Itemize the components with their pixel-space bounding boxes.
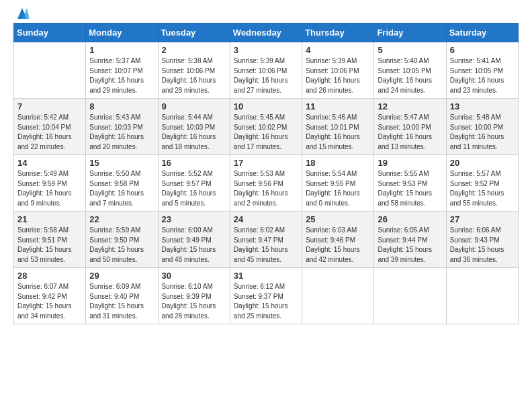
calendar-header-row: Sunday Monday Tuesday Wednesday Thursday…: [14, 24, 519, 42]
day-number: 24: [234, 214, 298, 224]
day-number: 20: [450, 158, 515, 168]
day-info: Sunrise: 5:50 AM Sunset: 9:58 PM Dayligh…: [89, 169, 154, 208]
calendar-week-row: 1Sunrise: 5:37 AM Sunset: 10:07 PM Dayli…: [14, 42, 519, 99]
logo-icon: [15, 7, 30, 20]
day-number: 18: [306, 158, 370, 168]
calendar-cell: 23Sunrise: 6:00 AM Sunset: 9:49 PM Dayli…: [158, 212, 230, 268]
calendar-cell: 6Sunrise: 5:41 AM Sunset: 10:05 PM Dayli…: [446, 42, 518, 99]
day-info: Sunrise: 6:00 AM Sunset: 9:49 PM Dayligh…: [162, 226, 226, 265]
calendar-cell: 14Sunrise: 5:49 AM Sunset: 9:59 PM Dayli…: [14, 155, 86, 212]
day-info: Sunrise: 6:09 AM Sunset: 9:40 PM Dayligh…: [89, 282, 154, 321]
day-info: Sunrise: 5:46 AM Sunset: 10:01 PM Daylig…: [306, 113, 370, 152]
day-info: Sunrise: 6:12 AM Sunset: 9:37 PM Dayligh…: [234, 282, 298, 321]
calendar-cell: 10Sunrise: 5:45 AM Sunset: 10:02 PM Dayl…: [230, 99, 302, 155]
day-number: 6: [450, 45, 515, 55]
calendar-cell: 15Sunrise: 5:50 AM Sunset: 9:58 PM Dayli…: [86, 155, 158, 212]
day-info: Sunrise: 5:40 AM Sunset: 10:05 PM Daylig…: [378, 56, 442, 95]
calendar-cell: 24Sunrise: 6:02 AM Sunset: 9:47 PM Dayli…: [230, 212, 302, 268]
calendar-week-row: 7Sunrise: 5:42 AM Sunset: 10:04 PM Dayli…: [14, 99, 519, 155]
calendar-cell: 3Sunrise: 5:39 AM Sunset: 10:06 PM Dayli…: [230, 42, 302, 99]
day-number: 19: [378, 158, 442, 168]
day-info: Sunrise: 5:45 AM Sunset: 10:02 PM Daylig…: [234, 113, 298, 152]
calendar-cell: 9Sunrise: 5:44 AM Sunset: 10:03 PM Dayli…: [158, 99, 230, 155]
day-info: Sunrise: 5:59 AM Sunset: 9:50 PM Dayligh…: [89, 226, 154, 265]
day-number: 4: [306, 45, 370, 55]
day-number: 23: [162, 214, 226, 224]
day-number: 17: [234, 158, 298, 168]
day-info: Sunrise: 5:39 AM Sunset: 10:06 PM Daylig…: [234, 56, 298, 95]
day-info: Sunrise: 5:47 AM Sunset: 10:00 PM Daylig…: [378, 113, 442, 152]
calendar-cell: 8Sunrise: 5:43 AM Sunset: 10:03 PM Dayli…: [86, 99, 158, 155]
day-info: Sunrise: 5:49 AM Sunset: 9:59 PM Dayligh…: [17, 169, 82, 208]
day-number: 8: [89, 101, 154, 111]
day-info: Sunrise: 5:55 AM Sunset: 9:53 PM Dayligh…: [378, 169, 442, 208]
calendar-table: Sunday Monday Tuesday Wednesday Thursday…: [13, 23, 519, 324]
calendar-cell: 7Sunrise: 5:42 AM Sunset: 10:04 PM Dayli…: [14, 99, 86, 155]
calendar-cell: 12Sunrise: 5:47 AM Sunset: 10:00 PM Dayl…: [374, 99, 446, 155]
day-number: 28: [17, 271, 82, 281]
day-number: 13: [450, 101, 515, 111]
day-info: Sunrise: 5:38 AM Sunset: 10:06 PM Daylig…: [162, 56, 226, 95]
header: [13, 7, 519, 17]
day-info: Sunrise: 5:57 AM Sunset: 9:52 PM Dayligh…: [450, 169, 515, 208]
day-number: 3: [234, 45, 298, 55]
day-info: Sunrise: 5:42 AM Sunset: 10:04 PM Daylig…: [17, 113, 82, 152]
calendar-cell: 25Sunrise: 6:03 AM Sunset: 9:46 PM Dayli…: [302, 212, 374, 268]
day-number: 7: [17, 101, 82, 111]
day-info: Sunrise: 5:37 AM Sunset: 10:07 PM Daylig…: [89, 56, 154, 95]
day-number: 5: [378, 45, 442, 55]
calendar-cell: 11Sunrise: 5:46 AM Sunset: 10:01 PM Dayl…: [302, 99, 374, 155]
calendar-cell: 2Sunrise: 5:38 AM Sunset: 10:06 PM Dayli…: [158, 42, 230, 99]
calendar-cell: 4Sunrise: 5:39 AM Sunset: 10:06 PM Dayli…: [302, 42, 374, 99]
day-number: 1: [89, 45, 154, 55]
calendar-cell: 16Sunrise: 5:52 AM Sunset: 9:57 PM Dayli…: [158, 155, 230, 212]
day-number: 14: [17, 158, 82, 168]
day-number: 21: [17, 214, 82, 224]
day-info: Sunrise: 5:54 AM Sunset: 9:55 PM Dayligh…: [306, 169, 370, 208]
day-info: Sunrise: 6:10 AM Sunset: 9:39 PM Dayligh…: [162, 282, 226, 321]
col-monday: Monday: [86, 24, 158, 42]
col-thursday: Thursday: [302, 24, 374, 42]
day-info: Sunrise: 5:39 AM Sunset: 10:06 PM Daylig…: [306, 56, 370, 95]
logo: [13, 7, 30, 17]
day-number: 2: [162, 45, 226, 55]
calendar-cell: 22Sunrise: 5:59 AM Sunset: 9:50 PM Dayli…: [86, 212, 158, 268]
calendar-week-row: 28Sunrise: 6:07 AM Sunset: 9:42 PM Dayli…: [14, 268, 519, 324]
calendar-cell: 29Sunrise: 6:09 AM Sunset: 9:40 PM Dayli…: [86, 268, 158, 324]
day-info: Sunrise: 6:03 AM Sunset: 9:46 PM Dayligh…: [306, 226, 370, 265]
day-number: 15: [89, 158, 154, 168]
calendar-cell: 5Sunrise: 5:40 AM Sunset: 10:05 PM Dayli…: [374, 42, 446, 99]
col-wednesday: Wednesday: [230, 24, 302, 42]
col-sunday: Sunday: [14, 24, 86, 42]
day-info: Sunrise: 6:07 AM Sunset: 9:42 PM Dayligh…: [17, 282, 82, 321]
day-number: 11: [306, 101, 370, 111]
calendar-cell: [446, 268, 518, 324]
calendar-cell: 17Sunrise: 5:53 AM Sunset: 9:56 PM Dayli…: [230, 155, 302, 212]
calendar-cell: 21Sunrise: 5:58 AM Sunset: 9:51 PM Dayli…: [14, 212, 86, 268]
day-info: Sunrise: 5:52 AM Sunset: 9:57 PM Dayligh…: [162, 169, 226, 208]
calendar-cell: [374, 268, 446, 324]
calendar-cell: [14, 42, 86, 99]
calendar-cell: 13Sunrise: 5:48 AM Sunset: 10:00 PM Dayl…: [446, 99, 518, 155]
col-saturday: Saturday: [446, 24, 518, 42]
calendar-cell: [302, 268, 374, 324]
calendar-cell: 30Sunrise: 6:10 AM Sunset: 9:39 PM Dayli…: [158, 268, 230, 324]
calendar-cell: 19Sunrise: 5:55 AM Sunset: 9:53 PM Dayli…: [374, 155, 446, 212]
day-info: Sunrise: 5:48 AM Sunset: 10:00 PM Daylig…: [450, 113, 515, 152]
day-number: 31: [234, 271, 298, 281]
day-info: Sunrise: 5:58 AM Sunset: 9:51 PM Dayligh…: [17, 226, 82, 265]
col-tuesday: Tuesday: [158, 24, 230, 42]
day-info: Sunrise: 6:06 AM Sunset: 9:43 PM Dayligh…: [450, 226, 515, 265]
calendar-cell: 31Sunrise: 6:12 AM Sunset: 9:37 PM Dayli…: [230, 268, 302, 324]
calendar-week-row: 14Sunrise: 5:49 AM Sunset: 9:59 PM Dayli…: [14, 155, 519, 212]
day-info: Sunrise: 5:44 AM Sunset: 10:03 PM Daylig…: [162, 113, 226, 152]
day-number: 16: [162, 158, 226, 168]
day-number: 12: [378, 101, 442, 111]
day-number: 9: [162, 101, 226, 111]
calendar-cell: 20Sunrise: 5:57 AM Sunset: 9:52 PM Dayli…: [446, 155, 518, 212]
day-number: 10: [234, 101, 298, 111]
calendar-cell: 26Sunrise: 6:05 AM Sunset: 9:44 PM Dayli…: [374, 212, 446, 268]
day-number: 29: [89, 271, 154, 281]
day-number: 26: [378, 214, 442, 224]
day-info: Sunrise: 5:41 AM Sunset: 10:05 PM Daylig…: [450, 56, 515, 95]
